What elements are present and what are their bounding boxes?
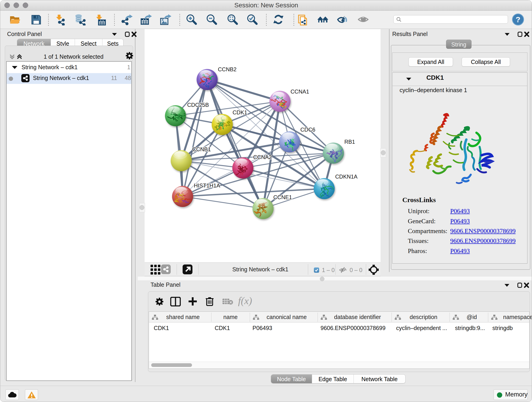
- svg-text:CDC6: CDC6: [300, 127, 315, 133]
- svg-text:RB1: RB1: [344, 139, 355, 145]
- svg-text:HIST1H1A: HIST1H1A: [194, 182, 220, 189]
- svg-text:CCNB1: CCNB1: [192, 146, 211, 153]
- svg-text:CDC25B: CDC25B: [187, 102, 209, 108]
- svg-text:CCNA2: CCNA2: [253, 154, 272, 160]
- svg-text:CCNB2: CCNB2: [218, 66, 236, 72]
- svg-text:CCNA1: CCNA1: [291, 89, 309, 95]
- svg-text:CDKN1A: CDKN1A: [335, 173, 357, 180]
- svg-text:CDK1: CDK1: [233, 109, 247, 115]
- svg-text:CCNE1: CCNE1: [273, 194, 292, 200]
